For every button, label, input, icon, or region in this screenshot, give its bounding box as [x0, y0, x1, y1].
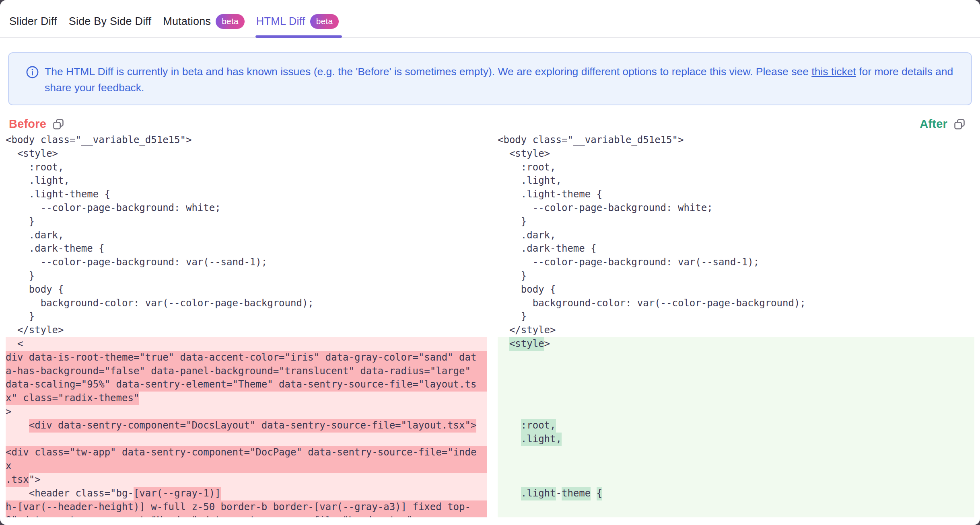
- code-line: [6, 433, 487, 446]
- code-line: }: [498, 310, 974, 324]
- diff-header: Before After: [9, 117, 966, 131]
- code-line: background-color: var(--color-page-backg…: [498, 297, 974, 310]
- code-line: }: [6, 310, 487, 324]
- copy-after-button[interactable]: [953, 118, 966, 130]
- code-line: [498, 473, 974, 487]
- copy-icon: [953, 118, 966, 130]
- code-line: body {: [498, 283, 974, 297]
- copy-icon: [52, 118, 64, 130]
- code-line: >: [6, 405, 487, 419]
- code-line: <body class="__variable_d51e15">: [498, 133, 974, 147]
- code-line: [498, 405, 974, 419]
- code-line: :root,: [6, 161, 487, 174]
- code-line: .tsx">: [6, 473, 487, 487]
- tab-mutations[interactable]: Mutations beta: [163, 6, 245, 37]
- code-line: <header class="bg-[var(--gray-1)]: [6, 487, 487, 500]
- code-line: <style>: [6, 147, 487, 161]
- code-line: [498, 392, 974, 405]
- code-line: data-scaling="95%" data-sentry-element="…: [6, 378, 487, 392]
- banner-text: The HTML Diff is currently in beta and h…: [45, 64, 955, 96]
- beta-badge: beta: [216, 14, 245, 29]
- tab-label: HTML Diff: [256, 15, 305, 28]
- before-code-panel: <body class="__variable_d51e15"> <style>…: [6, 133, 487, 517]
- before-label: Before: [9, 117, 46, 131]
- code-line: --color-page-background: white;: [6, 201, 487, 215]
- code-line: }: [498, 215, 974, 229]
- info-icon: [26, 66, 39, 79]
- code-line: .dark-theme {: [498, 242, 974, 256]
- code-line: a-has-background="false" data-panel-back…: [6, 365, 487, 378]
- tab-bar: Slider Diff Side By Side Diff Mutations …: [0, 0, 980, 38]
- code-line: h-[var(--header-height)] w-full z-50 bor…: [6, 500, 487, 514]
- code-line: .light-theme {: [6, 188, 487, 201]
- beta-badge: beta: [310, 14, 339, 29]
- tab-label: Mutations: [163, 15, 211, 28]
- ticket-link[interactable]: this ticket: [811, 66, 856, 78]
- code-line: <div data-sentry-component="DocsLayout" …: [6, 419, 487, 433]
- tab-slider-diff[interactable]: Slider Diff: [9, 6, 57, 37]
- code-line: :root,: [498, 161, 974, 174]
- code-line: div data-is-root-theme="true" data-accen…: [6, 351, 487, 365]
- code-line: }: [6, 215, 487, 229]
- code-line: <div class="tw-app" data-sentry-componen…: [6, 446, 487, 459]
- beta-info-banner: The HTML Diff is currently in beta and h…: [8, 52, 972, 105]
- after-code-panel: <body class="__variable_d51e15"> <style>…: [498, 133, 974, 517]
- code-line: --color-page-background: var(--sand-1);: [498, 256, 974, 269]
- code-line: }: [498, 269, 974, 283]
- code-line: [498, 514, 974, 517]
- after-header: After: [920, 117, 966, 131]
- code-line: background-color: var(--color-page-backg…: [6, 297, 487, 310]
- diff-viewer-window: Slider Diff Side By Side Diff Mutations …: [0, 0, 980, 525]
- code-diff-area: <body class="__variable_d51e15"> <style>…: [0, 133, 980, 517]
- code-line: [498, 351, 974, 365]
- code-line: x" class="radix-themes": [6, 392, 487, 405]
- code-line: .dark,: [6, 229, 487, 242]
- code-line: </style>: [6, 324, 487, 337]
- banner-text-segment: The HTML Diff is currently in beta and h…: [45, 66, 811, 78]
- code-line: [498, 365, 974, 378]
- after-label: After: [920, 117, 947, 131]
- code-line: .light-theme {: [498, 487, 974, 500]
- code-line: .light,: [498, 174, 974, 188]
- code-line: [498, 378, 974, 392]
- code-line: --color-page-background: white;: [498, 201, 974, 215]
- code-line: x: [6, 459, 487, 473]
- code-line: <style>: [498, 337, 974, 351]
- code-line: }: [6, 269, 487, 283]
- tab-label: Slider Diff: [9, 15, 57, 28]
- code-line: .dark-theme {: [6, 242, 487, 256]
- code-line: :root,: [498, 419, 974, 433]
- tab-label: Side By Side Diff: [69, 15, 152, 28]
- code-line: [498, 446, 974, 459]
- tab-side-by-side-diff[interactable]: Side By Side Diff: [69, 6, 152, 37]
- code-line: [498, 459, 974, 473]
- code-line: <body class="__variable_d51e15">: [6, 133, 487, 147]
- code-line: </style>: [498, 324, 974, 337]
- code-line: <style>: [498, 147, 974, 161]
- code-line: body {: [6, 283, 487, 297]
- code-line: .dark,: [498, 229, 974, 242]
- code-line: [498, 500, 974, 514]
- code-line: .light,: [6, 174, 487, 188]
- code-line: --color-page-background: var(--sand-1);: [6, 256, 487, 269]
- tab-html-diff[interactable]: HTML Diff beta: [256, 6, 339, 37]
- copy-before-button[interactable]: [52, 118, 64, 130]
- code-line: 0" data-sentry-component="Header" data-s…: [6, 514, 487, 517]
- before-header: Before: [9, 117, 64, 131]
- code-line: <: [6, 337, 487, 351]
- code-line: .light,: [498, 433, 974, 446]
- code-line: .light-theme {: [498, 188, 974, 201]
